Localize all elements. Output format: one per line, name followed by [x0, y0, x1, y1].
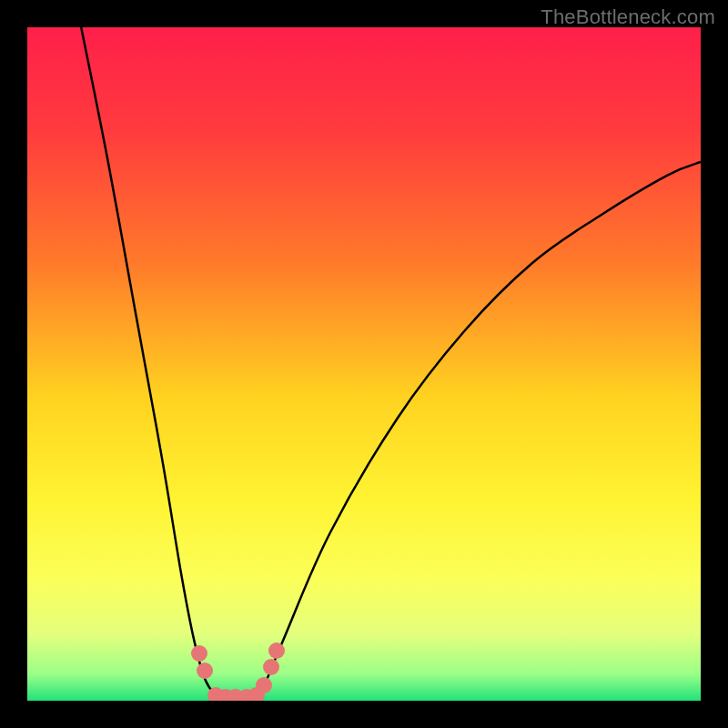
curve-marker — [191, 645, 207, 662]
chart-frame: TheBottleneck.com — [0, 0, 728, 728]
curve-marker — [256, 677, 272, 693]
plot-area — [27, 27, 701, 701]
curve-marker — [197, 662, 213, 679]
curve-marker — [263, 659, 279, 675]
curve-marker — [268, 642, 285, 659]
watermark-text: TheBottleneck.com — [541, 5, 715, 29]
bottleneck-curve — [27, 27, 701, 701]
